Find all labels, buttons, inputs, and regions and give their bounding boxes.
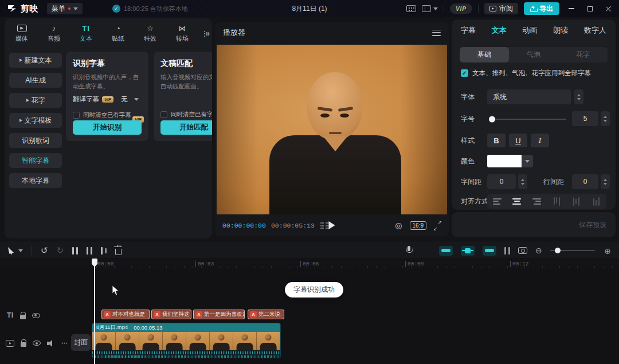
nav-fancy-text[interactable]: 花字 [9, 93, 62, 108]
letter-spacing-stepper[interactable] [518, 174, 527, 189]
save-preset-button[interactable]: 保存预设 [579, 220, 606, 230]
preview-axis-icon[interactable] [504, 247, 510, 255]
slider-handle[interactable] [555, 248, 561, 253]
aspect-ratio-button[interactable]: 16:9 [410, 221, 426, 230]
frame-focus-icon[interactable]: ◎ [395, 221, 402, 230]
slider-handle[interactable] [489, 116, 495, 123]
visibility-icon[interactable] [32, 313, 40, 318]
nav-text-template[interactable]: 文字模板 [9, 113, 62, 128]
keyboard-shortcuts-icon[interactable] [406, 5, 416, 12]
select-tool[interactable] [8, 246, 23, 255]
subtab-fancy[interactable]: 花字 [558, 47, 608, 62]
valign-middle-icon[interactable] [573, 197, 579, 206]
translate-subtitle-row[interactable]: 翻译字幕 VIP 无 [73, 95, 142, 104]
auto-snap-toggle[interactable] [461, 246, 475, 256]
font-stepper[interactable] [574, 89, 583, 104]
nav-ai-generate[interactable]: AI生成 [9, 73, 62, 88]
zoom-out-icon[interactable]: ⊖ [535, 246, 542, 255]
bold-button[interactable]: B [487, 134, 506, 147]
color-swatch[interactable] [487, 155, 522, 167]
minimize-button[interactable] [565, 2, 578, 15]
record-voiceover-icon[interactable] [405, 246, 413, 255]
cover-preview-icon[interactable] [518, 247, 527, 254]
tab-read-aloud[interactable]: 朗读 [553, 25, 568, 36]
mute-icon[interactable] [47, 340, 55, 347]
tab-text-props[interactable]: 文本 [492, 25, 507, 36]
letter-spacing-input[interactable]: 0 [487, 174, 516, 189]
tab-digital-human[interactable]: 数字人 [584, 25, 606, 36]
clear-existing-checkbox-row[interactable]: 同时清空已有字幕 [73, 111, 142, 119]
font-size-slider[interactable] [489, 119, 566, 120]
tab-animation[interactable]: 动画 [523, 25, 538, 36]
italic-button[interactable]: I [531, 134, 549, 147]
color-dropdown[interactable] [522, 155, 533, 167]
tab-audio[interactable]: ♪ 音频 [40, 21, 68, 46]
line-spacing-stepper[interactable] [601, 174, 610, 189]
split-icon[interactable] [72, 247, 78, 255]
menu-button[interactable]: 菜单 [47, 3, 83, 14]
expand-tabs-chevron[interactable]: » [205, 29, 210, 38]
subtitle-list-icon[interactable] [320, 222, 329, 229]
apply-to-all-row[interactable]: ✓ 文本、排列、气泡、花字应用到全部字幕 [461, 69, 591, 77]
maximize-button[interactable] [583, 2, 596, 15]
lock-icon[interactable] [20, 315, 26, 319]
checkbox-unchecked[interactable] [73, 112, 80, 119]
subtab-bubble[interactable]: 气泡 [509, 47, 558, 62]
lock-icon[interactable] [21, 342, 26, 347]
underline-button[interactable]: U [509, 134, 527, 147]
start-match-button[interactable]: 开始匹配 [160, 120, 212, 135]
split-left-icon[interactable] [87, 247, 92, 255]
split-right-icon[interactable] [101, 247, 107, 255]
timeline-zoom-slider[interactable] [550, 250, 595, 251]
autosave-sync-icon: ✓ [112, 5, 120, 13]
close-button[interactable] [602, 2, 614, 15]
tab-subtitle[interactable]: 字幕 [461, 25, 476, 36]
layout-switcher[interactable] [422, 5, 438, 12]
play-button[interactable] [329, 221, 335, 229]
font-size-input[interactable]: 5 [572, 111, 598, 126]
subtab-basic[interactable]: 基础 [460, 47, 509, 62]
more-options-icon[interactable]: ⋯ [61, 339, 69, 347]
video-preview[interactable] [217, 45, 447, 214]
align-center-icon[interactable] [512, 198, 521, 205]
delete-icon[interactable] [115, 249, 122, 255]
undo-icon[interactable]: ↺ [41, 245, 48, 256]
valign-top-icon[interactable] [554, 197, 560, 206]
nav-new-text[interactable]: 新建文本 [9, 53, 62, 68]
subtitle-clip[interactable]: A 第二来说 [248, 310, 284, 319]
tab-text[interactable]: TI 文本 [72, 21, 100, 46]
visibility-icon[interactable] [33, 340, 41, 346]
subtitle-clip[interactable]: A 对不对也就是 [101, 310, 150, 319]
valign-bottom-icon[interactable] [593, 197, 600, 206]
tab-sticker[interactable]: ◔ 贴纸 [104, 21, 132, 46]
video-clip[interactable]: 8月11日.mp4 00:00:05:13 [92, 323, 281, 358]
nav-lyrics-recognition[interactable]: 识别歌词 [9, 133, 62, 148]
cover-button[interactable]: 封面 [71, 334, 91, 351]
review-button[interactable]: 审阅 [484, 3, 518, 14]
tab-media[interactable]: ▶ 媒体 [8, 21, 36, 46]
player-menu-icon[interactable] [432, 30, 441, 36]
tab-effects[interactable]: ☆ 特效 [136, 21, 164, 46]
zoom-in-icon[interactable]: ⊕ [604, 246, 611, 256]
font-select[interactable]: 系统 [487, 89, 571, 104]
subtitle-clip[interactable]: A 我们坚持这 [151, 310, 191, 319]
checkbox-checked[interactable]: ✓ [461, 69, 468, 77]
redo-icon[interactable]: ↻ [57, 245, 64, 256]
nav-local-subtitle[interactable]: 本地字幕 [9, 173, 62, 188]
line-spacing-input[interactable]: 0 [572, 174, 598, 189]
align-right-icon[interactable] [532, 198, 541, 205]
start-recognize-button[interactable]: 开始识别 [73, 120, 142, 135]
playhead[interactable] [94, 259, 95, 364]
tab-transition[interactable]: ⋈ 转场 [169, 21, 196, 46]
vip-badge[interactable]: VIP [450, 3, 472, 14]
checkbox-unchecked[interactable] [160, 111, 167, 118]
fullscreen-icon[interactable] [434, 222, 441, 229]
align-left-icon[interactable] [493, 198, 502, 205]
clear-existing-checkbox-row[interactable]: 同时清空已有字幕 [160, 111, 212, 119]
nav-smart-subtitle[interactable]: 智能字幕 [9, 153, 62, 168]
font-size-stepper[interactable] [601, 111, 610, 126]
export-button[interactable]: 导出 [524, 2, 559, 15]
subtitle-clip[interactable]: A 第一是因为喜欢这 [193, 310, 245, 319]
link-toggle[interactable] [483, 246, 496, 256]
main-track-magnet-toggle[interactable] [439, 246, 453, 256]
